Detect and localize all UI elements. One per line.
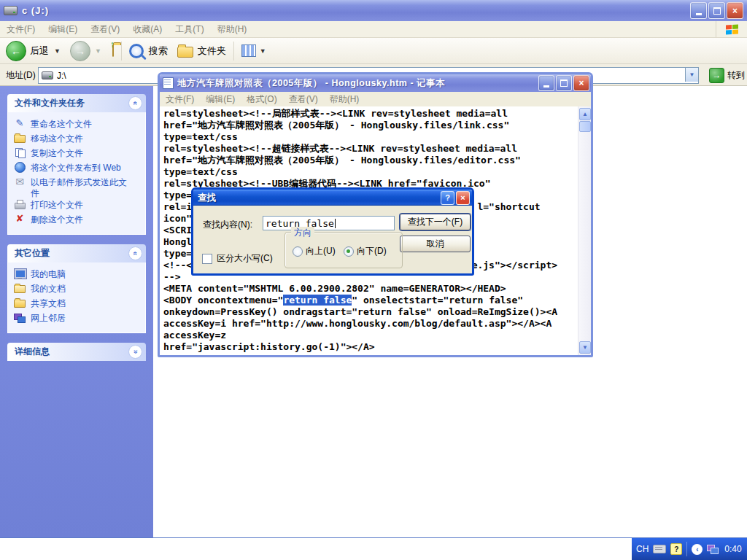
up-arrow-icon: ↑ (110, 39, 115, 50)
close-button[interactable]: × (573, 75, 589, 91)
explorer-title-bar[interactable]: c (J:) × (0, 0, 747, 21)
clock[interactable]: 0:40 (724, 544, 741, 554)
link-my-computer[interactable]: 我的电脑 (14, 268, 142, 283)
vertical-scrollbar[interactable]: ▲ ▼ (578, 106, 591, 355)
views-dropdown-icon: ▼ (260, 47, 266, 55)
folders-icon (177, 47, 193, 58)
find-dialog-title-bar[interactable]: 查找 ? × (193, 190, 472, 206)
find-dialog: 查找 ? × 查找内容(N): return false 查找下一个(F) 取消… (191, 187, 474, 276)
help-button[interactable]: ? (441, 191, 454, 205)
explorer-window-title: c (J:) (22, 5, 689, 16)
menu-view[interactable]: 查看(V) (283, 92, 324, 106)
chevron-up-icon[interactable]: « (128, 246, 142, 260)
close-button[interactable]: × (456, 191, 470, 205)
drive-icon (42, 71, 53, 79)
address-value: J:\ (57, 71, 66, 81)
folders-label: 文件夹 (198, 44, 226, 58)
restore-button[interactable] (708, 2, 725, 19)
task-delete-file[interactable]: ✘删除这个文件 (14, 214, 142, 228)
back-icon: ← (6, 41, 26, 61)
menu-file[interactable]: 文件(F) (160, 92, 200, 106)
up-button[interactable]: ↑ (112, 45, 114, 56)
menu-view[interactable]: 查看(V) (84, 21, 126, 37)
help-tray-icon[interactable]: ? (670, 543, 682, 555)
menu-format[interactable]: 格式(O) (241, 92, 282, 106)
task-print-file[interactable]: 打印这个文件 (14, 199, 142, 214)
menu-help[interactable]: 帮助(H) (324, 92, 365, 106)
panel-title: 其它位置 (15, 247, 50, 260)
collapse-chevron-icon[interactable]: ‹ (692, 544, 703, 555)
minimize-icon (696, 13, 702, 15)
minimize-icon (543, 85, 549, 88)
go-arrow-icon: → (709, 68, 724, 83)
move-icon (14, 133, 26, 143)
go-button[interactable]: → 转到 (709, 67, 745, 83)
find-input[interactable]: return false (263, 216, 395, 230)
link-network-places[interactable]: 网上邻居 (14, 312, 142, 327)
menu-tools[interactable]: 工具(T) (169, 21, 210, 37)
my-documents-icon (14, 283, 26, 293)
views-button[interactable]: ▼ (241, 44, 266, 57)
menu-help[interactable]: 帮助(H) (211, 21, 254, 37)
task-move-file[interactable]: 移动这个文件 (14, 133, 142, 147)
notepad-title-bar[interactable]: 地方汽车牌照对照表（2005年版） - Honglousky.htm - 记事本… (160, 74, 591, 92)
notepad-menu-bar: 文件(F) 编辑(E) 格式(O) 查看(V) 帮助(H) (160, 92, 591, 107)
panel-other-places-header[interactable]: 其它位置 « (7, 244, 146, 262)
match-case-option[interactable]: 区分大小写(C) (202, 252, 273, 265)
windows-logo-panel (716, 21, 747, 37)
panel-file-tasks: 文件和文件夹任务 « ✎重命名这个文件 移动这个文件 复制这个文件 将这个文件发… (7, 94, 146, 235)
find-next-button[interactable]: 查找下一个(F) (400, 214, 471, 230)
shared-documents-icon (14, 298, 26, 308)
minimize-button[interactable] (538, 75, 554, 91)
address-label: 地址(D) (6, 69, 36, 82)
match-case-checkbox[interactable] (202, 254, 212, 264)
menu-edit[interactable]: 编辑(E) (200, 92, 241, 106)
chevron-up-icon[interactable]: « (128, 96, 142, 110)
minimize-button[interactable] (690, 2, 707, 19)
back-dropdown-icon[interactable]: ▼ (54, 47, 61, 55)
email-icon: ✉ (14, 176, 26, 187)
link-my-documents[interactable]: 我的文档 (14, 283, 142, 298)
notepad-icon (163, 77, 174, 89)
menu-file[interactable]: 文件(F) (0, 21, 42, 37)
my-computer-icon (14, 268, 26, 279)
task-publish-file[interactable]: 将这个文件发布到 Web (14, 162, 142, 176)
delete-icon: ✘ (14, 214, 26, 224)
scroll-up-icon[interactable]: ▲ (579, 108, 591, 120)
views-icon (241, 44, 256, 57)
scrollbar-thumb[interactable] (579, 121, 591, 132)
direction-up-option[interactable]: 向上(U) (293, 245, 336, 257)
cancel-button[interactable]: 取消 (400, 236, 471, 252)
copy-icon (14, 147, 26, 158)
panel-details-header[interactable]: 详细信息 « (7, 343, 146, 361)
scroll-down-icon[interactable]: ▼ (579, 341, 591, 354)
find-what-label: 查找内容(N): (203, 219, 252, 231)
back-button[interactable]: ← 后退 ▼ (6, 41, 61, 61)
language-indicator[interactable]: CH (636, 544, 649, 554)
radio-up-icon[interactable] (293, 246, 303, 257)
task-rename-file[interactable]: ✎重命名这个文件 (14, 118, 142, 133)
direction-down-option[interactable]: 向下(D) (344, 245, 387, 257)
task-email-file[interactable]: ✉以电子邮件形式发送此文件 (14, 176, 142, 199)
restore-icon (713, 7, 721, 15)
forward-button[interactable]: → ▼ (70, 41, 101, 61)
selected-text: return false (283, 295, 352, 306)
panel-file-tasks-header[interactable]: 文件和文件夹任务 « (7, 94, 146, 112)
menu-edit[interactable]: 编辑(E) (42, 21, 84, 37)
search-button[interactable]: 搜索 (129, 44, 168, 58)
address-dropdown-button[interactable]: ▼ (685, 68, 698, 82)
maximize-button[interactable] (556, 75, 572, 91)
folders-button[interactable]: 文件夹 (177, 44, 226, 58)
network-icon[interactable] (707, 544, 719, 554)
link-shared-documents[interactable]: 共享文档 (14, 298, 142, 312)
chevron-down-icon[interactable]: « (128, 345, 142, 359)
task-copy-file[interactable]: 复制这个文件 (14, 147, 142, 162)
toolbar-separator (233, 42, 234, 61)
notepad-window-title: 地方汽车牌照对照表（2005年版） - Honglousky.htm - 记事本 (177, 77, 537, 90)
close-button[interactable]: × (727, 2, 743, 19)
go-label: 转到 (727, 69, 745, 82)
radio-down-icon[interactable] (344, 246, 354, 257)
task-pane: 文件和文件夹任务 « ✎重命名这个文件 移动这个文件 复制这个文件 将这个文件发… (0, 86, 153, 537)
keyboard-icon[interactable] (653, 545, 666, 553)
menu-favorites[interactable]: 收藏(A) (126, 21, 169, 37)
